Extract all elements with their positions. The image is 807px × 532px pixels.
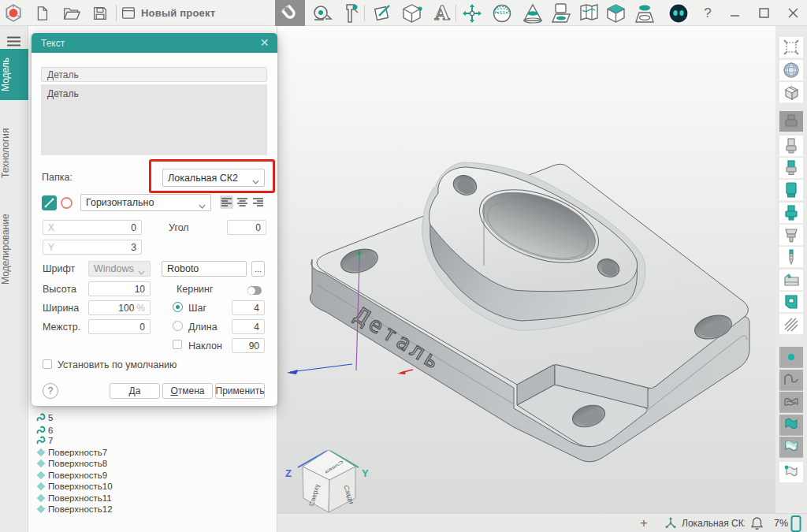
text-dialog: Текст ✕ Деталь Деталь Папка: Локальная С…	[32, 33, 277, 406]
maximize-icon[interactable]	[755, 0, 772, 26]
kerning-toggle[interactable]	[247, 286, 262, 295]
circle-mode-button[interactable]	[60, 196, 73, 213]
left-rail: Модель Технология Моделирование	[0, 26, 28, 532]
sphere-wireframe-icon[interactable]	[779, 60, 803, 81]
tree-item-surface[interactable]: Поверхность12	[36, 504, 113, 515]
map-icon[interactable]	[577, 0, 601, 26]
step-field[interactable]: 4	[232, 300, 265, 315]
move-icon[interactable]	[460, 0, 484, 26]
machine-block-icon[interactable]	[779, 270, 803, 291]
slant-checkbox[interactable]	[173, 340, 182, 349]
angle-field[interactable]: 0	[227, 220, 266, 235]
coordinate-system-icon[interactable]	[664, 514, 678, 532]
tab-model[interactable]: Модель	[0, 49, 28, 100]
caliper-icon[interactable]	[339, 0, 363, 26]
tree-item-surface[interactable]: Поверхность11	[36, 493, 112, 504]
tree-item-spline[interactable]: 5	[36, 412, 53, 423]
close-icon[interactable]	[783, 0, 802, 26]
align-center-button[interactable]	[236, 195, 249, 209]
patch-surface-icon[interactable]	[779, 37, 803, 58]
notifications-bell-icon[interactable]	[750, 514, 764, 532]
folder-select[interactable]: Локальная СК2	[162, 169, 265, 187]
slant-field[interactable]: 90	[232, 338, 265, 353]
direction-select[interactable]: Горизонтально	[80, 194, 211, 211]
set-default-label: Установить по умолчанию	[58, 359, 177, 370]
tree-item-spline[interactable]: 6	[36, 425, 53, 436]
print-tool-icon[interactable]	[779, 111, 803, 132]
flag-marker-icon[interactable]	[779, 462, 803, 483]
title-bar: Новый проект А ?	[0, 0, 807, 26]
new-file-icon[interactable]	[35, 0, 49, 26]
battery-icon	[790, 514, 801, 532]
cube-icon[interactable]	[400, 0, 423, 26]
cancel-button[interactable]: Отмена	[162, 383, 213, 399]
length-radio[interactable]	[173, 321, 183, 331]
sphere-mesh-icon[interactable]	[490, 0, 514, 26]
tree-item-surface[interactable]: Поверхность10	[36, 481, 113, 492]
open-file-icon[interactable]	[62, 0, 81, 26]
right-toolbar	[775, 26, 807, 513]
font-name-input[interactable]: Roboto	[162, 261, 247, 277]
view-cube[interactable]: Z Y Слева Сверху Сзади	[285, 450, 369, 512]
point-dot-icon[interactable]	[779, 347, 803, 368]
magnet-snap-icon[interactable]	[275, 0, 305, 26]
y-coordinate-field[interactable]: Y3	[43, 240, 142, 255]
project-tab-icon[interactable]	[121, 0, 136, 26]
font-source-select[interactable]: Windows	[88, 261, 151, 277]
hatch-lines-icon[interactable]	[779, 314, 803, 335]
font-browse-button[interactable]: ...	[251, 261, 265, 277]
workpiece-icon[interactable]	[549, 0, 574, 26]
sketch-icon[interactable]	[370, 0, 393, 26]
linespace-field[interactable]: 0	[88, 319, 151, 334]
tree-item-surface[interactable]: Поверхность8	[36, 458, 107, 469]
height-field[interactable]: 10	[88, 281, 151, 296]
cone-icon[interactable]	[520, 0, 545, 26]
toolbar-separator-2	[456, 5, 456, 21]
bracket-tool-icon[interactable]	[779, 292, 803, 313]
line-mode-button[interactable]	[42, 195, 57, 210]
text-content-area[interactable]: Деталь	[41, 84, 267, 155]
tool-holder-icon[interactable]	[779, 136, 803, 157]
tool-teal-small-icon[interactable]	[779, 158, 803, 179]
curve-icon[interactable]	[779, 370, 803, 391]
set-default-checkbox[interactable]	[43, 359, 52, 369]
measure-tape-icon[interactable]	[311, 0, 334, 26]
minimize-icon[interactable]	[727, 0, 744, 26]
dialog-help-button[interactable]: ?	[43, 383, 58, 399]
tab-modeling[interactable]: Моделирование	[0, 201, 28, 297]
dialog-close-icon[interactable]: ✕	[258, 37, 270, 49]
tool-teal-step-icon[interactable]	[779, 203, 803, 224]
apply-button[interactable]: Применить	[215, 383, 265, 399]
text-tool-icon[interactable]: А	[430, 0, 454, 26]
waves-outline-icon[interactable]	[779, 392, 803, 413]
viewport-3d[interactable]: Деталь Z Y Слева Сверху Сзади	[277, 26, 775, 513]
tree-item-surface[interactable]: Поверхность9	[36, 470, 107, 481]
tool-dome-icon[interactable]	[779, 225, 803, 246]
tree-item-surface[interactable]: Поверхность7	[36, 447, 107, 458]
align-right-button[interactable]	[251, 195, 265, 209]
align-left-button[interactable]	[220, 195, 233, 209]
save-file-icon[interactable]	[92, 0, 107, 26]
flag-half-icon[interactable]	[779, 437, 803, 458]
step-radio[interactable]	[173, 302, 183, 312]
x-coordinate-field[interactable]: X0	[43, 220, 142, 235]
help-icon[interactable]: ?	[698, 0, 717, 26]
drill-bit-icon[interactable]	[779, 247, 803, 268]
flag-filled-icon[interactable]	[779, 415, 803, 436]
active-cs-label[interactable]: Локальная СК2	[682, 514, 745, 532]
tab-technology[interactable]: Технология	[0, 114, 28, 192]
press-icon[interactable]	[632, 0, 657, 26]
dialog-header[interactable]: Текст ✕	[32, 33, 277, 53]
open-box-icon[interactable]	[779, 82, 803, 103]
cube-band-icon[interactable]	[604, 0, 627, 26]
tool-teal-large-icon[interactable]	[779, 180, 803, 201]
ok-button[interactable]: Да	[110, 383, 160, 399]
zoom-level[interactable]: 7%	[774, 514, 788, 532]
tree-item-spline[interactable]: 7	[36, 435, 53, 446]
width-field[interactable]: 100%	[88, 300, 151, 315]
hamburger-menu-icon[interactable]	[7, 35, 20, 50]
assistant-icon[interactable]	[666, 0, 691, 26]
add-cs-button[interactable]: +	[640, 514, 648, 532]
name-input[interactable]: Деталь	[41, 67, 267, 82]
length-field[interactable]: 4	[232, 319, 265, 334]
